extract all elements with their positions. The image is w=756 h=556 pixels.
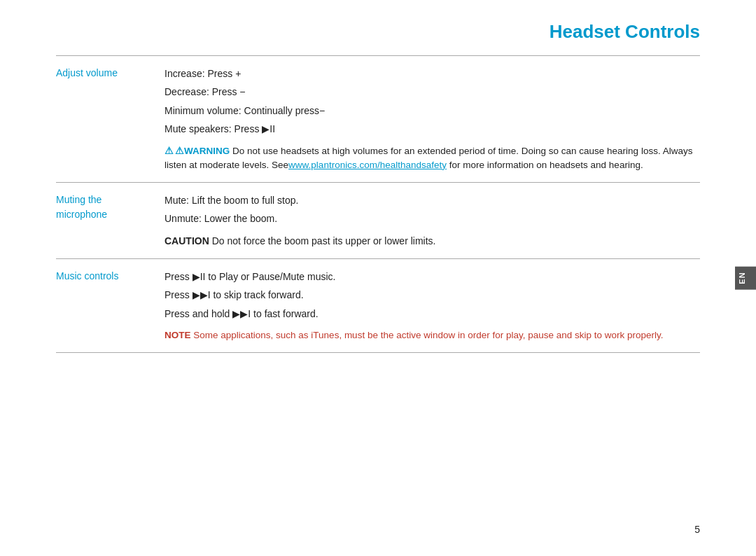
caution-text: Do not force the boom past its upper or … (209, 235, 436, 246)
caution-block: CAUTION Do not force the boom past its u… (164, 234, 700, 249)
section-muting-microphone: Muting themicrophone Mute: Lift the boom… (56, 183, 700, 259)
music-play-pause: Press ▶II to Play or Pause/Mute music. (164, 269, 700, 284)
label-muting-microphone: Muting themicrophone (56, 183, 164, 259)
warning-link-suffix: for more information on headsets and hea… (447, 160, 643, 170)
warning-triangle-icon: ⚠ (164, 146, 174, 156)
note-text: Some applications, such as iTunes, must … (191, 330, 664, 340)
content-adjust-volume: Increase: Press + Decrease: Press − Mini… (164, 56, 700, 183)
caution-label: CAUTION (164, 235, 209, 246)
unmute-instruction: Unmute: Lower the boom. (164, 211, 700, 226)
volume-minimum: Minimum volume: Continually press− (164, 103, 700, 118)
label-adjust-volume: Adjust volume (56, 56, 164, 183)
note-label: NOTE (164, 330, 191, 340)
label-music-controls: Music controls (56, 258, 164, 352)
section-adjust-volume: Adjust volume Increase: Press + Decrease… (56, 56, 700, 183)
volume-increase: Increase: Press + (164, 66, 700, 81)
mute-instruction: Mute: Lift the boom to full stop. (164, 193, 700, 208)
content-table: Adjust volume Increase: Press + Decrease… (56, 56, 700, 353)
section-music-controls: Music controls Press ▶II to Play or Paus… (56, 258, 700, 352)
warning-link[interactable]: www.plantronics.com/healthandsafety (288, 160, 447, 170)
language-tab: EN (735, 266, 756, 289)
music-skip: Press ▶▶I to skip track forward. (164, 287, 700, 303)
page-container: Headset Controls Adjust volume Increase:… (42, 0, 714, 367)
warning-block: ⚠⚠WARNING Do not use headsets at high vo… (164, 144, 700, 173)
content-music-controls: Press ▶II to Play or Pause/Mute music. P… (164, 258, 700, 352)
content-muting-microphone: Mute: Lift the boom to full stop. Unmute… (164, 183, 700, 259)
music-fast-forward: Press and hold ▶▶I to fast forward. (164, 306, 700, 321)
note-block: NOTE Some applications, such as iTunes, … (164, 328, 700, 342)
muting-label-text: Muting themicrophone (56, 194, 107, 220)
page-number: 5 (694, 524, 700, 535)
volume-decrease: Decrease: Press − (164, 84, 700, 99)
warning-label: ⚠⚠WARNING (164, 146, 232, 156)
volume-mute-speakers: Mute speakers: Press ▶II (164, 121, 700, 137)
page-title: Headset Controls (56, 21, 700, 43)
